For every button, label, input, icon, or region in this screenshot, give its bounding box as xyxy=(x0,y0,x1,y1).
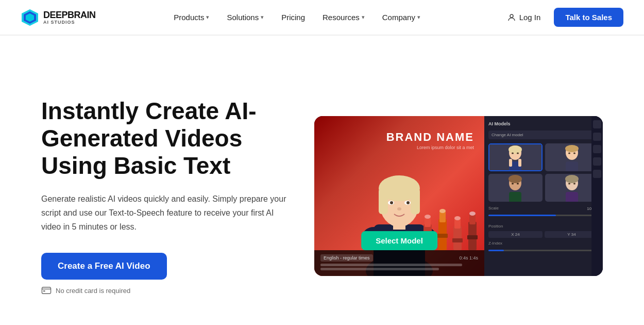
svg-rect-51 xyxy=(509,192,521,202)
svg-rect-29 xyxy=(453,226,462,250)
svg-point-27 xyxy=(439,209,446,213)
preview-brand-name: BRAND NAME xyxy=(386,131,474,144)
svg-rect-4 xyxy=(42,287,50,294)
y-control[interactable]: Y 34 xyxy=(545,231,599,238)
preview-text-lines xyxy=(320,264,478,270)
position-boxes: X 24 Y 34 xyxy=(488,231,599,238)
logo-icon xyxy=(21,8,39,27)
svg-point-52 xyxy=(512,183,514,185)
sidebar-icon-2[interactable] xyxy=(593,133,601,141)
lipstick-3 xyxy=(451,212,464,250)
hero-preview: BRAND NAME Lorem ipsum dolor sit a met xyxy=(314,116,603,276)
sidebar-icon-3[interactable] xyxy=(593,145,601,153)
sidebar-icon-5[interactable] xyxy=(593,170,601,178)
preview-brand-overlay: BRAND NAME Lorem ipsum dolor sit a met xyxy=(386,131,474,150)
lipstick-4 xyxy=(466,206,479,250)
nav-item-solutions[interactable]: Solutions ▾ xyxy=(219,9,271,26)
svg-rect-40 xyxy=(509,159,512,167)
user-icon xyxy=(507,13,516,22)
x-value: 24 xyxy=(515,232,520,237)
chevron-down-icon: ▾ xyxy=(417,14,420,21)
svg-rect-32 xyxy=(452,238,463,242)
lipstick-2 xyxy=(436,204,449,250)
position-control: Position X 24 Y 34 xyxy=(488,220,599,238)
select-model-button[interactable]: Select Model xyxy=(361,231,437,250)
navbar: DEEPBRAIN AI STUDIOS Products ▾ Solution… xyxy=(0,0,644,35)
scale-label: Scale xyxy=(488,206,499,210)
preview-controls: Scale 100 % Position xyxy=(488,206,599,252)
preview-container: BRAND NAME Lorem ipsum dolor sit a met xyxy=(314,116,603,276)
hero-title: Instantly Create AI-Generated Videos Usi… xyxy=(41,98,314,180)
svg-point-42 xyxy=(512,153,514,154)
login-button[interactable]: Log In xyxy=(499,9,549,26)
x-control[interactable]: X 24 xyxy=(488,231,543,238)
scale-slider[interactable] xyxy=(488,213,599,217)
talk-to-sales-label: Talk to Sales xyxy=(565,13,612,22)
logo-wordmark: DEEPBRAIN AI STUDIOS xyxy=(43,10,96,25)
talk-to-sales-button[interactable]: Talk to Sales xyxy=(554,8,623,27)
hero-description: Generate realistic AI videos quickly and… xyxy=(41,192,289,234)
nav-pricing-label: Pricing xyxy=(281,13,305,22)
model-card-3[interactable] xyxy=(488,174,543,202)
scale-control: Scale 100 % xyxy=(488,206,599,217)
hero-left: Instantly Create AI-Generated Videos Usi… xyxy=(41,98,314,294)
svg-point-47 xyxy=(568,153,570,154)
sidebar-icon-4[interactable] xyxy=(593,157,601,166)
sidebar-title: AI Models xyxy=(488,121,599,126)
svg-point-16 xyxy=(390,201,393,204)
hero-section: Instantly Create AI-Generated Videos Usi… xyxy=(0,36,644,325)
change-model-bar[interactable]: Change AI model › xyxy=(488,131,599,139)
logo[interactable]: DEEPBRAIN AI STUDIOS xyxy=(21,8,96,27)
nav-item-resources[interactable]: Resources ▾ xyxy=(315,9,372,26)
nav-products-label: Products xyxy=(174,13,204,22)
nav-item-products[interactable]: Products ▾ xyxy=(166,9,216,26)
sidebar-icon-bar xyxy=(591,116,603,276)
preview-bottom-bar: English - regular times 0:4s 1:4s xyxy=(314,250,484,276)
svg-point-31 xyxy=(454,216,461,220)
position-label: Position xyxy=(488,224,503,229)
z-slider[interactable] xyxy=(488,248,599,252)
z-index-label: Z-Index xyxy=(488,241,502,246)
preview-main-video: BRAND NAME Lorem ipsum dolor sit a met xyxy=(314,116,484,276)
svg-rect-6 xyxy=(43,290,45,291)
model-card-1[interactable] xyxy=(488,143,543,171)
z-fill xyxy=(488,250,504,251)
svg-point-17 xyxy=(406,201,410,204)
svg-point-18 xyxy=(397,207,401,210)
model-avatar-4 xyxy=(545,174,599,202)
preview-time: 0:4s 1:4s xyxy=(459,255,478,261)
svg-rect-36 xyxy=(467,235,478,239)
svg-point-50 xyxy=(509,175,522,183)
preview-text-line-2 xyxy=(320,268,439,270)
nav-item-pricing[interactable]: Pricing xyxy=(274,9,312,26)
svg-point-38 xyxy=(509,145,522,154)
svg-point-57 xyxy=(568,183,570,185)
svg-point-23 xyxy=(425,215,431,219)
preview-lang-row: English - regular times 0:4s 1:4s xyxy=(320,254,478,262)
model-card-2[interactable] xyxy=(545,143,599,171)
model-avatar-3 xyxy=(488,174,543,202)
nav-links: Products ▾ Solutions ▾ Pricing Resources… xyxy=(166,9,428,26)
svg-point-53 xyxy=(517,183,519,185)
svg-point-48 xyxy=(573,153,575,154)
scale-track xyxy=(488,215,592,216)
svg-rect-28 xyxy=(437,234,448,238)
scale-fill xyxy=(488,215,556,216)
no-card-notice: No credit card is required xyxy=(41,287,314,295)
preview-sidebar: AI Models Change AI model › xyxy=(484,116,603,276)
login-label: Log In xyxy=(519,13,541,22)
model-avatar-1 xyxy=(489,144,541,170)
no-card-label: No credit card is required xyxy=(56,287,130,295)
sidebar-icon-1[interactable] xyxy=(593,120,601,128)
brand-name: DEEPBRAIN xyxy=(43,10,96,20)
nav-resources-label: Resources xyxy=(323,13,360,22)
svg-point-3 xyxy=(510,14,513,18)
credit-card-icon xyxy=(41,287,52,294)
brand-sub: AI STUDIOS xyxy=(43,20,96,25)
nav-item-company[interactable]: Company ▾ xyxy=(375,9,428,26)
model-grid xyxy=(488,143,599,202)
nav-right: Log In Talk to Sales xyxy=(499,8,623,27)
model-card-4[interactable] xyxy=(545,174,599,202)
svg-point-43 xyxy=(517,153,519,154)
cta-button[interactable]: Create a Free AI Video xyxy=(41,253,167,280)
